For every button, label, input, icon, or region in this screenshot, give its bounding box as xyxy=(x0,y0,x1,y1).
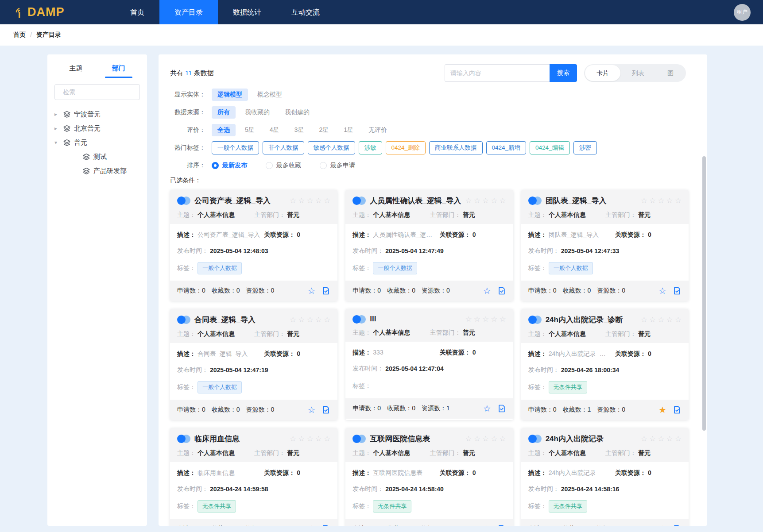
tree-node[interactable]: 产品研发部 xyxy=(54,164,140,178)
document-check-icon[interactable] xyxy=(497,524,506,526)
asset-card[interactable]: 临床用血信息 ☆ ☆ ☆ ☆ ☆ 主题：个人基本信息 主管部门：普元 xyxy=(170,428,337,526)
sidebar-search-input[interactable] xyxy=(62,88,144,96)
asset-card[interactable]: 人员属性确认表_逻辑_导入 ☆ ☆ ☆ ☆ ☆ 主题：个人基本信息 主管 xyxy=(345,190,513,301)
favorite-star-icon[interactable] xyxy=(658,405,666,414)
rating-stars[interactable]: ☆ ☆ ☆ ☆ ☆ xyxy=(290,197,330,204)
favorite-star-icon[interactable] xyxy=(483,286,491,295)
document-check-icon[interactable] xyxy=(673,286,682,295)
document-check-icon[interactable] xyxy=(321,286,330,295)
rating-stars[interactable]: ☆ ☆ ☆ ☆ ☆ xyxy=(465,316,506,323)
asset-tag[interactable]: 无条件共享 xyxy=(549,381,587,393)
document-check-icon[interactable] xyxy=(497,286,506,295)
tenant-avatar[interactable]: 租户 xyxy=(734,4,751,21)
sort-radio-option[interactable]: 最多收藏 xyxy=(266,162,301,170)
tree-node[interactable]: 北京普元 xyxy=(54,121,140,135)
breadcrumb-home[interactable]: 首页 xyxy=(13,31,26,39)
hot-tag[interactable]: 0424_编辑 xyxy=(530,141,570,154)
rating-star-icon[interactable]: ☆ xyxy=(482,197,489,204)
document-check-icon[interactable] xyxy=(673,524,682,526)
document-check-icon[interactable] xyxy=(673,405,682,414)
nav-item[interactable]: 数据统计 xyxy=(218,0,276,24)
rating-star-icon[interactable]: ☆ xyxy=(649,316,656,324)
asset-tag[interactable]: 一般个人数据 xyxy=(549,262,593,274)
rating-stars[interactable]: ☆ ☆ ☆ ☆ ☆ xyxy=(290,435,330,443)
rating-star-icon[interactable]: ☆ xyxy=(482,435,489,443)
rating-star-icon[interactable]: ☆ xyxy=(315,316,322,324)
rating-star-icon[interactable]: ☆ xyxy=(307,197,314,204)
rating-star-icon[interactable]: ☆ xyxy=(474,197,480,204)
rating-star-icon[interactable]: ☆ xyxy=(290,435,296,443)
rating-star-icon[interactable]: ☆ xyxy=(658,316,664,324)
caret-icon[interactable] xyxy=(54,125,60,131)
sort-radio-option[interactable]: 最多申请 xyxy=(320,162,355,170)
rating-star-icon[interactable]: ☆ xyxy=(649,435,656,443)
filter-option[interactable]: 2星 xyxy=(313,124,334,136)
rating-star-icon[interactable]: ☆ xyxy=(499,435,506,443)
nav-item[interactable]: 资产目录 xyxy=(159,0,218,24)
filter-option[interactable]: 3星 xyxy=(289,124,310,136)
hot-tag[interactable]: 一般个人数据 xyxy=(212,141,259,154)
filter-option[interactable]: 全选 xyxy=(212,124,236,136)
filter-option[interactable]: 无评价 xyxy=(363,124,393,136)
nav-item[interactable]: 首页 xyxy=(115,0,159,24)
filter-option[interactable]: 所有 xyxy=(212,106,236,119)
vertical-scrollbar[interactable] xyxy=(702,156,706,431)
rating-star-icon[interactable]: ☆ xyxy=(658,435,664,443)
rating-star-icon[interactable]: ☆ xyxy=(307,435,314,443)
rating-star-icon[interactable]: ☆ xyxy=(666,316,673,324)
hot-tag[interactable]: 非个人数据 xyxy=(263,141,304,154)
tree-node[interactable]: 测试 xyxy=(54,150,140,164)
favorite-star-icon[interactable] xyxy=(307,405,315,414)
sidebar-search[interactable] xyxy=(54,84,140,100)
rating-star-icon[interactable]: ☆ xyxy=(465,316,472,323)
rating-star-icon[interactable]: ☆ xyxy=(666,435,673,443)
favorite-star-icon[interactable] xyxy=(307,286,315,295)
rating-star-icon[interactable]: ☆ xyxy=(641,197,647,204)
asset-tag[interactable]: 一般个人数据 xyxy=(198,381,242,393)
asset-tag[interactable]: 无条件共享 xyxy=(549,500,587,513)
asset-card[interactable]: 公司资产表_逻辑_导入 ☆ ☆ ☆ ☆ ☆ 主题：个人基本信息 主管部门 xyxy=(170,190,337,301)
rating-star-icon[interactable]: ☆ xyxy=(641,316,647,324)
rating-star-icon[interactable]: ☆ xyxy=(298,316,305,324)
rating-star-icon[interactable]: ☆ xyxy=(465,435,472,443)
rating-stars[interactable]: ☆ ☆ ☆ ☆ ☆ xyxy=(465,435,506,443)
view-mode-option[interactable]: 列表 xyxy=(620,65,656,81)
view-mode-option[interactable]: 卡片 xyxy=(585,65,620,81)
asset-tag[interactable]: 无条件共享 xyxy=(198,500,236,513)
asset-card[interactable]: 合同表_逻辑_导入 ☆ ☆ ☆ ☆ ☆ 主题：个人基本信息 主管部门：普 xyxy=(170,309,337,420)
rating-stars[interactable]: ☆ ☆ ☆ ☆ ☆ xyxy=(641,316,682,324)
filter-option[interactable]: 我创建的 xyxy=(279,106,315,119)
hot-tag[interactable]: 涉敏 xyxy=(359,141,382,154)
filter-option[interactable]: 我收藏的 xyxy=(239,106,275,119)
asset-card[interactable]: 互联网医院信息表 ☆ ☆ ☆ ☆ ☆ 主题：个人基本信息 主管部门：普元 xyxy=(345,428,513,526)
rating-star-icon[interactable]: ☆ xyxy=(666,197,673,204)
rating-star-icon[interactable]: ☆ xyxy=(474,316,480,323)
asset-tag[interactable]: 无条件共享 xyxy=(373,500,411,513)
filter-option[interactable]: 概念模型 xyxy=(252,89,288,101)
asset-tag[interactable]: 一般个人数据 xyxy=(373,262,417,274)
favorite-star-icon[interactable] xyxy=(658,524,666,526)
rating-star-icon[interactable]: ☆ xyxy=(290,316,296,324)
favorite-star-icon[interactable] xyxy=(483,524,491,526)
caret-icon[interactable] xyxy=(54,139,60,146)
tree-node[interactable]: 宁波普元 xyxy=(54,107,140,121)
rating-star-icon[interactable]: ☆ xyxy=(307,316,314,324)
tree-node[interactable]: 普元 xyxy=(54,135,140,150)
asset-card[interactable]: lll ☆ ☆ ☆ ☆ ☆ 主题：个人基本信息 主管部门：普元 xyxy=(345,309,513,420)
document-check-icon[interactable] xyxy=(321,524,330,526)
rating-star-icon[interactable]: ☆ xyxy=(491,197,497,204)
rating-star-icon[interactable]: ☆ xyxy=(491,435,497,443)
sort-radio-option[interactable]: 最新发布 xyxy=(212,162,247,170)
filter-option[interactable]: 5星 xyxy=(239,124,260,136)
rating-star-icon[interactable]: ☆ xyxy=(649,197,656,204)
document-check-icon[interactable] xyxy=(497,404,506,413)
rating-star-icon[interactable]: ☆ xyxy=(290,197,296,204)
search-button[interactable]: 搜索 xyxy=(550,64,577,82)
rating-star-icon[interactable]: ☆ xyxy=(298,197,305,204)
rating-star-icon[interactable]: ☆ xyxy=(675,197,682,204)
rating-star-icon[interactable]: ☆ xyxy=(324,197,330,204)
rating-star-icon[interactable]: ☆ xyxy=(315,197,322,204)
favorite-star-icon[interactable] xyxy=(658,286,666,295)
rating-star-icon[interactable]: ☆ xyxy=(658,197,664,204)
document-check-icon[interactable] xyxy=(321,405,330,414)
